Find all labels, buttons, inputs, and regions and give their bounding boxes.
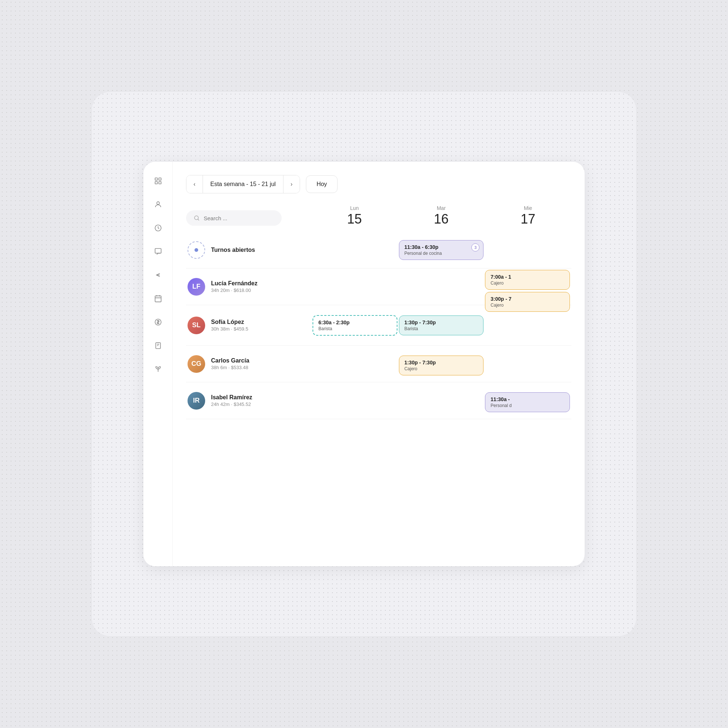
clock-icon[interactable] [151,220,165,235]
open-shift-cell-0 [312,235,398,265]
avatar-sofia: SL [188,317,205,334]
carlos-shift-2 [485,351,570,380]
svg-point-4 [157,202,159,205]
shift-time: 3:00p - 7 [491,296,564,302]
plant-icon[interactable] [151,362,165,376]
open-shifts-avatar [188,241,205,259]
lucia-shift-1 [399,276,484,306]
employee-name: Sofía López [211,319,248,326]
employee-name: Carlos García [211,357,249,364]
employee-row-carlos: CG Carlos García 38h 6m · $533.48 1:30p … [186,346,571,382]
employee-row-isabel: IR Isabel Ramírez 24h 42m · $345.52 [186,382,571,419]
week-label: Esta semana - 15 - 21 jul [203,175,283,193]
open-shift-cell-1[interactable]: 11:30a - 6:30p Personal de cocina 3 [399,235,484,265]
lucia-shift-2a[interactable]: 7:00a - 1 Cajero [485,270,570,290]
sofia-dashed-block[interactable]: 6:30a - 2:30p Barista [312,315,398,336]
grid-icon[interactable] [151,174,165,188]
open-shifts-label: Turnos abiertos [211,247,255,253]
open-shift-cell-2 [485,235,570,265]
svg-rect-2 [155,182,157,184]
open-shifts-row: Turnos abiertos 11:30a - 6:30p Personal … [186,232,571,268]
svg-rect-0 [155,178,157,180]
sofia-shift-1[interactable]: 1:30p - 7:30p Barista [399,311,484,340]
lucia-shift-2b[interactable]: 3:00p - 7 Cajero [485,292,570,312]
svg-rect-7 [155,296,161,302]
sidebar [144,162,173,566]
open-shift-block[interactable]: 11:30a - 6:30p Personal de cocina 3 [399,240,484,260]
share-icon[interactable] [151,268,165,282]
shift-time: 6:30a - 2:30p [318,320,392,326]
shift-time: 11:30a - [491,396,564,402]
shift-role: Cajero [404,366,478,372]
outer-card: ‹ Esta semana - 15 - 21 jul › Hoy [92,92,636,636]
shift-time: 1:30p - 7:30p [404,320,478,326]
shift-time: 11:30a - 6:30p [404,244,478,250]
person-icon[interactable] [151,197,165,212]
shift-role: Personal d [491,403,564,408]
svg-rect-1 [159,178,161,180]
search-icon [193,215,200,221]
sofia-shift-0[interactable]: 6:30a - 2:30p Barista [312,311,398,340]
week-nav: ‹ Esta semana - 15 - 21 jul › [186,175,300,193]
shift-badge: 3 [471,243,479,251]
employee-meta: 34h 20m · $618.00 [211,288,257,293]
shift-role: Cajero [491,281,564,286]
svg-rect-3 [159,182,161,184]
prev-week-button[interactable]: ‹ [187,175,203,193]
chat-icon[interactable] [151,244,165,259]
dollar-icon[interactable] [151,315,165,329]
carlos-shift-1[interactable]: 1:30p - 7:30p Cajero [399,351,484,380]
avatar-lucia: LF [188,278,205,296]
lucia-shift-0 [312,276,398,306]
isabel-shift-2[interactable]: 11:30a - Personal d [485,387,570,417]
shift-role: Barista [404,326,478,331]
isabel-purple-block[interactable]: 11:30a - Personal d [485,392,570,412]
day-header-lun: Lun 15 [311,205,398,226]
sofia-shift-2 [485,311,570,340]
shift-time: 1:30p - 7:30p [404,359,478,366]
day-header-mar: Mar 16 [398,205,485,226]
avatar-carlos: CG [188,355,205,373]
header: ‹ Esta semana - 15 - 21 jul › Hoy [186,175,571,193]
shift-time: 7:00a - 1 [491,274,564,280]
shift-role: Cajero [491,303,564,308]
shift-role: Barista [318,326,392,331]
employee-meta: 38h 6m · $533.48 [211,365,249,370]
clipboard-icon[interactable] [151,338,165,353]
svg-rect-6 [155,249,161,253]
search-box[interactable] [186,210,281,226]
employee-name: Isabel Ramírez [211,394,252,401]
carlos-shift-0 [312,351,398,380]
svg-point-10 [194,216,199,220]
main-content: ‹ Esta semana - 15 - 21 jul › Hoy [173,162,584,566]
today-button[interactable]: Hoy [306,175,338,193]
carlos-orange-block[interactable]: 1:30p - 7:30p Cajero [399,356,484,375]
calendar-icon[interactable] [151,291,165,306]
avatar-isabel: IR [188,392,205,410]
isabel-shift-0 [312,387,398,417]
sofia-teal-block[interactable]: 1:30p - 7:30p Barista [399,315,484,335]
app-container: ‹ Esta semana - 15 - 21 jul › Hoy [144,162,584,566]
employee-meta: 30h 38m · $459.5 [211,326,248,332]
employee-meta: 24h 42m · $345.52 [211,402,252,407]
isabel-shift-1 [399,387,484,417]
employee-row-lucia: LF Lucía Fernández 34h 20m · $618.00 [186,268,571,305]
search-input[interactable] [204,215,274,221]
next-week-button[interactable]: › [283,175,300,193]
calendar-area: Lun 15 Mar 16 Mie 17 [186,205,571,553]
employee-name: Lucía Fernández [211,280,257,287]
day-header-mie: Mie 17 [485,205,571,226]
shift-role: Personal de cocina [404,251,478,256]
